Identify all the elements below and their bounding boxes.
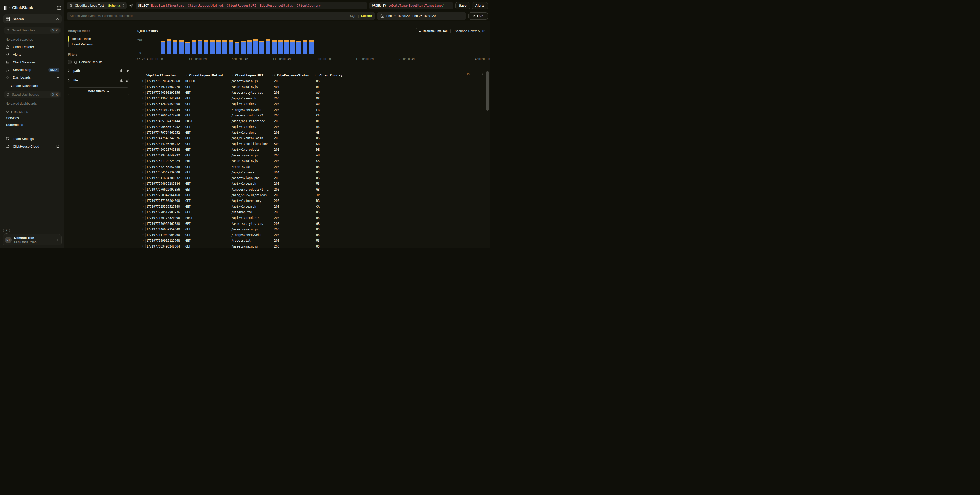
saved-dashboards-input[interactable]: Saved Dashboards ⌘ K [3,91,61,98]
row-expand-chevron[interactable]: › [137,165,146,169]
sidebar-item-clickhouse-cloud[interactable]: ClickHouse Cloud [3,143,62,150]
table-row[interactable]: ›1771977540501293056GET/assets/styles.cs… [137,90,490,95]
resume-live-tail-button[interactable]: Resume Live Tail [416,28,451,35]
table-row[interactable]: ›1771977381128724224PUT/assets/main.js20… [137,158,490,164]
date-range-picker[interactable]: Feb 23 16:38:20 - Feb 25 16:38:20 [377,12,466,20]
row-expand-chevron[interactable]: › [137,131,146,135]
row-expand-chevron[interactable]: › [137,85,146,89]
results-histogram[interactable]: 240 0 Feb 23 4:00:00 PM11:00:00 PM5:00:0… [137,36,489,60]
sidebar-item-team-settings[interactable]: Team Settings [3,135,62,143]
histogram-bar[interactable] [272,40,277,54]
histogram-bar[interactable] [204,40,208,54]
row-expand-chevron[interactable]: › [137,193,146,197]
row-expand-chevron[interactable]: › [137,159,146,163]
pin-icon[interactable] [126,69,129,73]
table-row[interactable]: ›1771977170170320896POST/api/v1/products… [137,215,490,221]
chevron-right-icon[interactable] [68,79,70,82]
histogram-bar[interactable] [191,40,196,54]
table-row[interactable]: ›1771977146659959040GET/assets/main.js20… [137,226,490,232]
histogram-bar[interactable] [296,41,301,54]
filter-field-path[interactable]: _path [68,68,129,73]
presets-toggle[interactable]: PRESETS [3,107,62,115]
histogram-bar[interactable] [216,40,221,54]
row-expand-chevron[interactable]: › [137,244,146,247]
pin-icon[interactable] [126,79,129,82]
histogram-bar[interactable] [266,39,270,54]
histogram-bar[interactable] [210,40,215,54]
row-expand-chevron[interactable]: › [137,153,146,158]
histogram-bar[interactable] [241,41,246,54]
lucene-mode-toggle[interactable]: Lucene [361,14,372,18]
histogram-bar[interactable] [247,40,252,54]
table-row[interactable]: ›1771977111948904960GET/images/hero.webp… [137,232,490,238]
run-button[interactable]: Run [468,12,488,20]
row-expand-chevron[interactable]: › [137,102,146,106]
denoise-checkbox[interactable] [68,60,72,64]
histogram-bar[interactable] [179,40,184,54]
row-expand-chevron[interactable]: › [137,79,146,83]
column-header-timestamp[interactable]: EdgeStartTimestamp [146,73,185,77]
sidebar-item-chart-explorer[interactable]: Chart Explorer [3,43,62,51]
wrap-lines-icon[interactable] [473,72,477,76]
filter-field-file[interactable]: _file [68,78,129,83]
table-row[interactable]: ›1771977109915123968GET/robots.txt200US [137,238,490,244]
drag-handle-icon[interactable]: ⋮⋮ [184,74,188,76]
table-row[interactable]: ›1771977549717662976GET/assets/main.js40… [137,84,490,90]
column-header-method[interactable]: ⋮⋮ClientRequestMethod [185,73,231,77]
mode-results-table[interactable]: Results Table [72,36,93,41]
download-icon[interactable] [480,72,484,76]
row-expand-chevron[interactable]: › [137,136,146,140]
row-expand-chevron[interactable]: › [137,170,146,175]
orderby-clause-input[interactable]: ORDER BY toDateTime(EdgeStartTimestamp / [369,2,453,10]
saved-searches-input[interactable]: Saved Searches ⌘ K [3,27,61,34]
alerts-button[interactable]: Alerts [472,2,488,10]
histogram-bar[interactable] [229,40,233,54]
row-expand-chevron[interactable]: › [137,113,146,118]
row-expand-chevron[interactable]: › [137,216,146,220]
histogram-bar[interactable] [309,40,313,54]
row-expand-chevron[interactable]: › [137,125,146,129]
table-row[interactable]: ›1771977294632285184GET/api/v1/search200… [137,181,490,186]
row-expand-chevron[interactable]: › [137,210,146,214]
histogram-bar[interactable] [303,40,307,54]
column-header-uri[interactable]: ⋮⋮ClientRequestURI [231,73,273,77]
histogram-bar[interactable] [185,42,190,54]
table-row[interactable]: ›1771977496047072768GET/images/products/… [137,113,490,118]
table-row[interactable]: ›1771977513675145984GET/api/v1/search200… [137,95,490,101]
preset-item-kubernetes[interactable]: Kubernetes [3,121,62,128]
column-header-status[interactable]: ⋮⋮EdgeResponseStatus [273,73,316,77]
table-row[interactable]: ›1771977479754461952GET/api/v1/orders200… [137,130,490,135]
table-row[interactable]: ›1771977372136857088GET/robots.txt200US [137,164,490,169]
table-row[interactable]: ›1771977562054696960DELETE/assets/main.j… [137,78,490,84]
table-scrollbar[interactable] [487,71,489,111]
sidebar-item-search[interactable]: Search [3,14,62,24]
histogram-bar[interactable] [259,41,264,54]
sidebar-item-client-sessions[interactable]: Client Sessions [3,58,62,66]
bar-chart-icon[interactable] [120,69,124,72]
drag-handle-icon[interactable]: ⋮⋮ [230,74,233,76]
table-row[interactable]: ›1771977258347964160GET/blog/2025/01/rel… [137,192,490,198]
row-expand-chevron[interactable]: › [137,119,146,123]
histogram-bar[interactable] [253,39,258,54]
source-selector[interactable]: Cloudflare Logs Test Schema [67,2,127,10]
sidebar-item-dashboards[interactable]: Dashboards [3,73,62,81]
table-row[interactable]: ›1771977257100864000GET/api/v1/inventory… [137,198,490,204]
table-row[interactable]: ›1771977276623097856GET/images/products/… [137,187,490,192]
histogram-bar[interactable] [290,40,295,54]
table-row[interactable]: ›1771977501019442944GET/images/hero.webp… [137,107,490,112]
row-expand-chevron[interactable]: › [137,239,146,243]
histogram-bar[interactable] [161,41,165,54]
table-row[interactable]: ›1771977225553527040GET/api/v1/search200… [137,204,490,209]
mode-event-patterns[interactable]: Event Patterns [72,41,93,47]
help-button[interactable]: ? [3,227,10,234]
table-row[interactable]: ›1771977490563613952GET/api/v1/orders200… [137,124,490,129]
collapse-sidebar-icon[interactable] [57,6,61,10]
sidebar-item-service-map[interactable]: Service Map BETA [3,66,62,73]
table-row[interactable]: ›1771977150952462080GET/assets/styles.cs… [137,221,490,226]
code-view-icon[interactable]: </> [466,72,470,76]
row-expand-chevron[interactable]: › [137,148,146,152]
select-clause-input[interactable]: SELECT EdgeStartTimestamp, ClientRequest… [135,2,368,10]
table-row[interactable]: ›1771977429451649792GET/assets/main.js20… [137,153,490,158]
histogram-bar[interactable] [167,39,171,54]
histogram-plot[interactable] [142,38,488,55]
